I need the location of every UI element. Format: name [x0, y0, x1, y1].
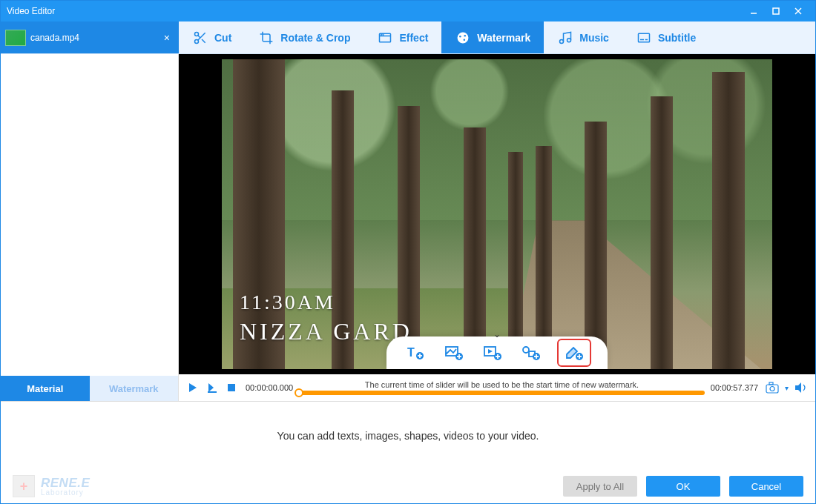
- svg-point-17: [464, 39, 466, 41]
- timeline-thumb[interactable]: [295, 388, 303, 397]
- effect-icon: [377, 30, 393, 46]
- svg-point-11: [381, 34, 382, 35]
- apply-to-all-button[interactable]: Apply to All: [563, 476, 637, 497]
- svg-point-5: [195, 39, 199, 43]
- file-thumbnail: [5, 30, 26, 46]
- preview-extra-controls: ▾: [764, 379, 809, 396]
- brand: RENE.E Laboratory: [13, 475, 90, 497]
- subtitle-icon: [636, 30, 652, 46]
- timeline: 00:00:00.000 The current time of slider …: [179, 374, 815, 401]
- sidebar-tab-material[interactable]: Material: [1, 376, 90, 401]
- svg-line-8: [198, 35, 200, 37]
- svg-rect-47: [228, 384, 235, 391]
- window-title: Video Editor: [7, 6, 743, 16]
- tab-label: Rotate & Crop: [280, 32, 350, 44]
- sidebar-body: [1, 54, 178, 376]
- snapshot-button[interactable]: [764, 379, 780, 396]
- close-button[interactable]: [787, 3, 809, 19]
- add-video-watermark-button[interactable]: [480, 342, 505, 364]
- bottom-footer: RENE.E Laboratory Apply to All OK Cancel: [1, 469, 815, 503]
- crop-icon: [258, 30, 274, 46]
- tab-label: Effect: [399, 32, 428, 44]
- svg-point-16: [464, 34, 467, 36]
- playback-controls: [185, 379, 240, 396]
- duration-time: 00:00:57.377: [711, 383, 758, 392]
- svg-marker-44: [189, 383, 197, 392]
- tool-tabs: Cut Rotate & Crop Effect Watermark Music…: [179, 21, 815, 53]
- titlebar: Video Editor: [1, 1, 815, 21]
- svg-point-18: [560, 39, 564, 43]
- top-toolbar: canada.mp4 × Cut Rotate & Crop Effect Wa…: [1, 21, 815, 54]
- window-controls: [743, 3, 809, 19]
- file-tab[interactable]: canada.mp4 ×: [1, 21, 179, 53]
- cancel-button[interactable]: Cancel: [729, 476, 803, 497]
- bottom-message: You can add texts, images, shapes, video…: [1, 402, 815, 469]
- bottom-panel: You can add texts, images, shapes, video…: [1, 401, 815, 503]
- watermark-toolbar: ⌄ T: [386, 336, 608, 369]
- svg-rect-48: [766, 385, 778, 393]
- tab-subtitle[interactable]: Subtitle: [622, 21, 709, 53]
- tab-watermark[interactable]: Watermark: [441, 21, 544, 53]
- add-image-watermark-button[interactable]: [441, 342, 467, 364]
- tab-label: Subtitle: [658, 32, 696, 44]
- remove-watermark-button[interactable]: [562, 342, 587, 364]
- video-preview[interactable]: 11:30AM NIZZA GARD ⌄ T: [222, 59, 772, 369]
- svg-rect-50: [769, 382, 773, 385]
- brand-sub: Laboratory: [41, 489, 90, 497]
- sidebar-tab-watermark[interactable]: Watermark: [90, 376, 179, 401]
- timeline-slider[interactable]: [299, 391, 705, 395]
- tab-label: Cut: [214, 32, 231, 44]
- tab-music[interactable]: Music: [544, 21, 622, 53]
- svg-marker-45: [208, 383, 214, 392]
- minimize-button[interactable]: [743, 3, 765, 19]
- main-area: Material Watermark 11:30AM NIZZA GARD ⌄ …: [1, 54, 815, 401]
- svg-rect-1: [773, 8, 779, 14]
- brand-name: RENE.E: [41, 477, 90, 489]
- sidebar-tabs: Material Watermark: [1, 376, 178, 401]
- chevron-down-icon[interactable]: ⌄: [493, 329, 501, 339]
- file-tab-close-icon[interactable]: ×: [159, 32, 174, 44]
- tab-label: Watermark: [477, 32, 530, 44]
- overlay-place-text: NIZZA GARD: [240, 318, 412, 345]
- current-time: 00:00:00.000: [246, 383, 293, 392]
- svg-marker-51: [795, 382, 801, 393]
- step-button[interactable]: [204, 379, 220, 396]
- svg-rect-20: [638, 33, 649, 42]
- add-shape-watermark-button[interactable]: [519, 342, 544, 364]
- stop-button[interactable]: [223, 379, 240, 396]
- tab-rotate-crop[interactable]: Rotate & Crop: [245, 21, 363, 53]
- dropdown-caret-icon[interactable]: ▾: [785, 384, 789, 392]
- svg-point-49: [770, 387, 774, 391]
- watermark-icon: [455, 30, 471, 46]
- music-icon: [557, 30, 573, 46]
- timeline-hint: The current time of slider will be used …: [299, 381, 705, 389]
- svg-text:T: T: [407, 346, 415, 359]
- svg-point-19: [567, 38, 571, 42]
- tab-label: Music: [579, 32, 609, 44]
- brand-logo-icon: [13, 475, 35, 497]
- sidebar: Material Watermark: [1, 54, 179, 401]
- svg-line-7: [202, 39, 205, 43]
- ok-button[interactable]: OK: [646, 476, 720, 497]
- svg-point-4: [195, 32, 199, 36]
- overlay-time-text: 11:30AM: [240, 291, 335, 314]
- video-stage: 11:30AM NIZZA GARD ⌄ T: [179, 54, 815, 374]
- add-text-watermark-button[interactable]: T: [403, 342, 428, 364]
- volume-button[interactable]: [793, 379, 809, 396]
- svg-point-12: [384, 34, 384, 35]
- tab-cut[interactable]: Cut: [179, 21, 245, 53]
- maximize-button[interactable]: [765, 3, 787, 19]
- svg-marker-32: [488, 349, 493, 354]
- scissors-icon: [192, 30, 208, 46]
- tab-effect[interactable]: Effect: [363, 21, 441, 53]
- remove-watermark-highlight: [557, 339, 591, 367]
- file-name: canada.mp4: [30, 33, 159, 43]
- svg-point-36: [523, 347, 529, 353]
- svg-point-15: [459, 35, 461, 37]
- preview-column: 11:30AM NIZZA GARD ⌄ T: [179, 54, 815, 401]
- play-button[interactable]: [185, 379, 201, 396]
- svg-rect-46: [208, 391, 217, 393]
- timeline-slider-wrap: The current time of slider will be used …: [299, 381, 705, 395]
